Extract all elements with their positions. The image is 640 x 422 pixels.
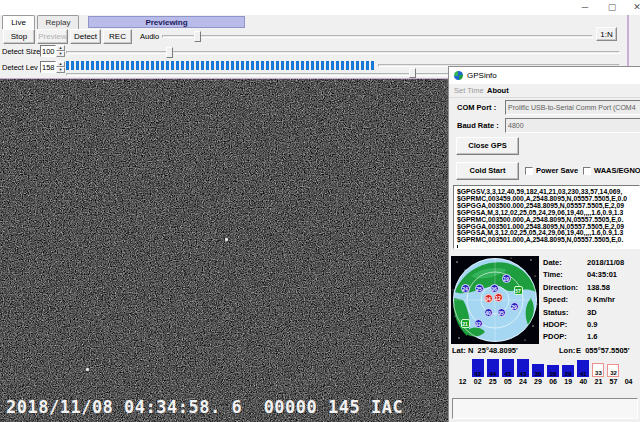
detect-size-stepper[interactable]: ▲ ▼ — [56, 45, 65, 57]
status-label: Speed: — [543, 295, 568, 304]
satellite-icon: 40 — [484, 308, 493, 317]
maximize-icon[interactable]: ▢ — [601, 1, 623, 14]
screen: ─ ▢ ✕ Live Replay Previewing Stop Previe… — [0, 0, 640, 422]
spin-down-icon[interactable]: ▼ — [56, 67, 65, 73]
text-cursor — [457, 245, 458, 249]
satellite-icon: 24 — [461, 284, 470, 293]
main-titlebar: ─ ▢ ✕ — [0, 0, 640, 15]
satellite-sky-plot: 192425065704122940052102 — [451, 256, 539, 344]
snr-bar-slot: 28 — [546, 335, 561, 377]
satellite-icon: 29 — [510, 302, 519, 311]
snr-value: 32 — [608, 370, 618, 376]
menu-about[interactable]: About — [487, 86, 509, 95]
snr-bar-slot: 32 — [606, 335, 621, 377]
menu-set-time: Set Time — [454, 86, 484, 95]
gpsinfo-window: GPSinfo Set Time About COM Port : Prolif… — [448, 66, 640, 422]
snr-bar-slot: 29 — [561, 335, 576, 377]
tab-live[interactable]: Live — [2, 15, 35, 29]
satellite-icon: 21 — [461, 319, 470, 328]
snr-value: 43 — [502, 371, 514, 377]
snr-value: 44 — [487, 371, 499, 377]
status-value: 0 Km/hr — [587, 295, 615, 304]
status-row: Status:3D — [543, 308, 639, 320]
snr-bar-slot: 44 — [485, 335, 500, 377]
status-row: Date:2018/11/08 — [543, 258, 639, 270]
waas-egnos-checkbox[interactable]: WAAS/EGNOS — [583, 166, 640, 175]
snr-category-label: 25 — [485, 378, 500, 385]
satellite-icon: 04 — [484, 294, 493, 303]
snr-bar-slot — [621, 335, 636, 377]
checkbox-icon[interactable] — [583, 167, 591, 175]
snr-bar-labels: 120225052429061940215704 — [455, 378, 637, 385]
nmea-output[interactable]: $GPGSV,3,3,12,40,59,182,41,21,03,230,33,… — [453, 185, 640, 249]
snr-category-label: 24 — [515, 378, 530, 385]
detect-lev-input[interactable]: 158 — [40, 61, 56, 73]
cold-start-button[interactable]: Cold Start — [456, 162, 519, 180]
snr-value: 33 — [593, 370, 603, 376]
satellite-icon: 02 — [474, 319, 483, 328]
audio-slider[interactable] — [162, 35, 593, 38]
tab-replay[interactable]: Replay — [37, 15, 79, 29]
detect-size-slider[interactable] — [66, 51, 620, 54]
rec-button[interactable]: REC — [103, 29, 132, 44]
status-row: Direction:138.58 — [543, 283, 639, 295]
divider — [449, 97, 640, 98]
snr-category-label: 04 — [621, 378, 636, 385]
satellite-icon: 57 — [514, 286, 523, 295]
status-value: 04:35:01 — [587, 270, 617, 279]
status-label: Date: — [543, 258, 562, 267]
com-port-label: COM Port : — [457, 103, 496, 112]
snr-category-label: 29 — [530, 378, 545, 385]
close-icon[interactable]: ✕ — [626, 1, 640, 14]
detect-lev-stepper[interactable]: ▲ ▼ — [56, 61, 65, 73]
snr-category-label: 57 — [606, 378, 621, 385]
status-label: HDOP: — [543, 320, 567, 329]
status-row: Speed:0 Km/hr — [543, 295, 639, 307]
detect-button[interactable]: Detect — [70, 29, 101, 44]
video-timestamp-overlay: 2018/11/08 04:34:58. 6 00000 145 IAC — [6, 397, 403, 417]
minimize-icon[interactable]: ─ — [574, 1, 596, 14]
audio-label: Audio — [140, 32, 159, 41]
gpsinfo-title: GPSinfo — [467, 71, 497, 80]
audio-slider-thumb[interactable] — [194, 31, 201, 42]
satellite-icon: 19 — [502, 274, 511, 283]
snr-bar-slot: 30 — [530, 335, 545, 377]
spin-down-icon[interactable]: ▼ — [56, 51, 65, 57]
satellite-icon: 25 — [475, 284, 484, 293]
baud-rate-field[interactable]: 4800 — [505, 118, 640, 133]
baud-rate-label: Baud Rate : — [457, 121, 499, 130]
snr-value: 42 — [472, 371, 484, 377]
preview-button: Preview — [37, 29, 68, 44]
detect-lev-slider-thumb[interactable] — [409, 68, 416, 78]
detect-size-slider-thumb[interactable] — [166, 47, 173, 58]
power-save-checkbox[interactable]: Power Save — [525, 166, 578, 175]
snr-bar-slot: 43 — [500, 335, 515, 377]
snr-value: 41 — [577, 371, 589, 377]
detect-size-input[interactable]: 100 — [40, 45, 56, 57]
status-value: 138.58 — [587, 283, 610, 292]
globe-icon — [454, 71, 463, 80]
status-label: Direction: — [543, 283, 578, 292]
status-row: Time:04:35:01 — [543, 270, 639, 282]
snr-bar: 41 — [577, 360, 589, 377]
detect-lev-label: Detect Lev — [2, 63, 38, 72]
previewing-banner: Previewing — [88, 16, 245, 28]
close-gps-button[interactable]: Close GPS — [456, 137, 519, 155]
snr-category-label: 40 — [576, 378, 591, 385]
snr-bar: 29 — [562, 365, 574, 377]
gpsinfo-titlebar[interactable]: GPSinfo — [449, 67, 640, 84]
snr-category-label: 12 — [455, 378, 470, 385]
detect-lev-meter — [66, 61, 376, 70]
stop-button[interactable]: Stop — [3, 29, 35, 44]
ratio-button[interactable]: 1:N — [596, 27, 617, 41]
snr-category-label: 19 — [561, 378, 576, 385]
snr-category-label: 02 — [470, 378, 485, 385]
com-port-select[interactable]: Prolific USB-to-Serial Comm Port (COM4 — [505, 100, 640, 115]
waas-egnos-label: WAAS/EGNOS — [594, 166, 640, 175]
snr-bar: 44 — [487, 359, 499, 377]
checkbox-icon[interactable] — [525, 167, 533, 175]
snr-bar: 43 — [502, 359, 514, 377]
bright-star — [225, 238, 228, 241]
snr-category-label: 06 — [546, 378, 561, 385]
snr-bar-slot: 42 — [470, 335, 485, 377]
